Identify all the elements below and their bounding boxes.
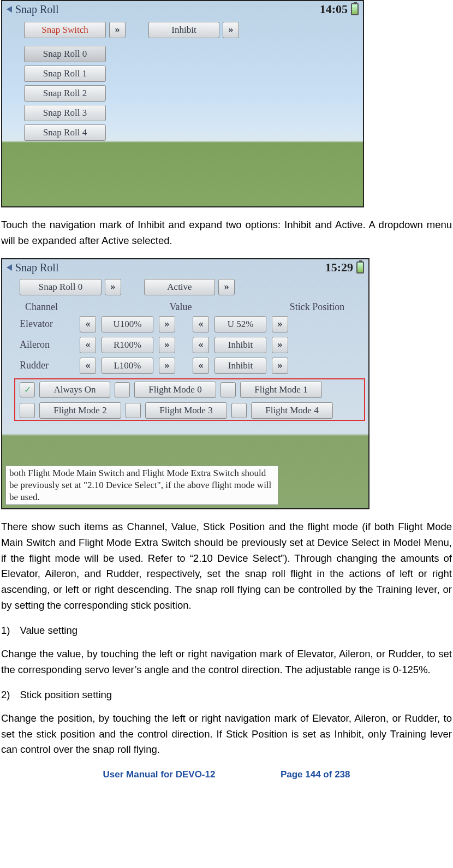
mode-always-on[interactable]: Always On <box>39 382 110 398</box>
chevron-right-icon[interactable]: » <box>272 358 288 374</box>
list-item[interactable]: Snap Roll 1 <box>24 66 106 82</box>
chevron-right-icon[interactable]: » <box>109 22 126 38</box>
clock: 15:29 <box>325 258 353 277</box>
battery-icon <box>356 261 364 274</box>
chevron-right-icon[interactable]: » <box>272 316 288 332</box>
body-paragraph: Change the position, by touching the lef… <box>1 711 452 758</box>
body-paragraph: Touch the navigation mark of Inhibit and… <box>1 217 452 248</box>
back-icon[interactable] <box>7 6 12 13</box>
active-button[interactable]: Active <box>144 279 215 295</box>
snap-roll-selector[interactable]: Snap Roll 0 <box>20 279 102 295</box>
mode-flight-2[interactable]: Flight Mode 2 <box>39 402 121 419</box>
stick-position-field[interactable]: U 52% <box>214 316 266 332</box>
value-field[interactable]: R100% <box>102 337 153 353</box>
column-headers: Channel Value Stick Position <box>25 300 363 315</box>
mode-flight-3[interactable]: Flight Mode 3 <box>145 402 227 419</box>
body-paragraph: There show such items as Channel, Value,… <box>1 519 452 613</box>
chevron-right-icon[interactable]: » <box>272 337 288 353</box>
status-bar: Snap Roll 15:29 <box>2 259 368 276</box>
value-field[interactable]: L100% <box>102 358 153 374</box>
chevron-left-icon[interactable]: « <box>80 337 96 353</box>
channel-row-rudder: Rudder « L100% » « Inhibit » <box>20 358 288 374</box>
chevron-left-icon[interactable]: « <box>80 358 96 374</box>
screenshot-snap-roll-active: Snap Roll 15:29 Snap Roll 0 » Active » C… <box>1 258 369 509</box>
chevron-right-icon[interactable]: » <box>159 316 175 332</box>
footer-manual-title: User Manual for DEVO-12 <box>103 769 216 780</box>
section-heading-1: 1)Value setting <box>1 623 452 639</box>
snap-switch-button[interactable]: Snap Switch <box>24 22 106 38</box>
chevron-right-icon[interactable]: » <box>223 22 239 38</box>
inhibit-button[interactable]: Inhibit <box>148 22 219 38</box>
flight-mode-0-checkbox[interactable] <box>115 382 130 397</box>
chevron-left-icon[interactable]: « <box>193 358 209 374</box>
header-stick-position: Stick Position <box>271 300 363 315</box>
flight-mode-4-checkbox[interactable] <box>231 403 247 418</box>
header-channel: Channel <box>25 300 91 315</box>
chevron-right-icon[interactable]: » <box>159 358 175 374</box>
section-heading-2: 2)Stick position setting <box>1 687 452 703</box>
stick-position-field[interactable]: Inhibit <box>214 358 266 374</box>
page-footer: User Manual for DEVO-12 Page 144 of 238 <box>1 768 452 782</box>
screenshot-snap-roll-inhibit: Snap Roll 14:05 Snap Switch » Inhibit » … <box>1 0 364 207</box>
chevron-right-icon[interactable]: » <box>218 279 235 295</box>
chevron-left-icon[interactable]: « <box>80 316 96 332</box>
channel-row-elevator: Elevator « U100% » « U 52% » <box>20 316 288 332</box>
always-on-checkbox[interactable]: ✓ <box>20 382 35 397</box>
channel-label: Rudder <box>20 358 74 373</box>
mode-flight-1[interactable]: Flight Mode 1 <box>240 382 322 398</box>
body-paragraph: Change the value, by touching the left o… <box>1 646 452 677</box>
list-item[interactable]: Snap Roll 0 <box>24 46 106 62</box>
chevron-left-icon[interactable]: « <box>193 337 209 353</box>
chevron-right-icon[interactable]: » <box>159 337 175 353</box>
snap-roll-list: Snap Roll 0 Snap Roll 1 Snap Roll 2 Snap… <box>24 46 106 141</box>
list-item[interactable]: Snap Roll 3 <box>24 105 106 121</box>
flight-mode-1-checkbox[interactable] <box>220 382 236 397</box>
battery-icon <box>351 3 359 15</box>
channel-row-aileron: Aileron « R100% » « Inhibit » <box>20 337 288 353</box>
chevron-left-icon[interactable]: « <box>193 316 209 332</box>
flight-mode-3-checkbox[interactable] <box>126 403 141 418</box>
list-item[interactable]: Snap Roll 2 <box>24 85 106 102</box>
mode-flight-0[interactable]: Flight Mode 0 <box>134 382 216 398</box>
channel-label: Aileron <box>20 337 74 353</box>
flight-mode-2-checkbox[interactable] <box>20 403 35 418</box>
chevron-right-icon[interactable]: » <box>105 279 121 295</box>
flight-mode-note: both Flight Mode Main Switch and Flight … <box>5 466 278 505</box>
mode-flight-4[interactable]: Flight Mode 4 <box>251 402 333 419</box>
status-bar: Snap Roll 14:05 <box>2 1 363 17</box>
clock: 14:05 <box>320 0 348 19</box>
screen-title: Snap Roll <box>15 1 58 18</box>
channel-label: Elevator <box>20 317 74 332</box>
list-item[interactable]: Snap Roll 4 <box>24 124 106 141</box>
back-icon[interactable] <box>7 264 12 271</box>
footer-page-number: Page 144 of 238 <box>281 769 350 780</box>
header-value: Value <box>140 300 222 315</box>
value-field[interactable]: U100% <box>102 316 153 332</box>
stick-position-field[interactable]: Inhibit <box>214 337 266 353</box>
screen-title: Snap Roll <box>15 259 58 276</box>
